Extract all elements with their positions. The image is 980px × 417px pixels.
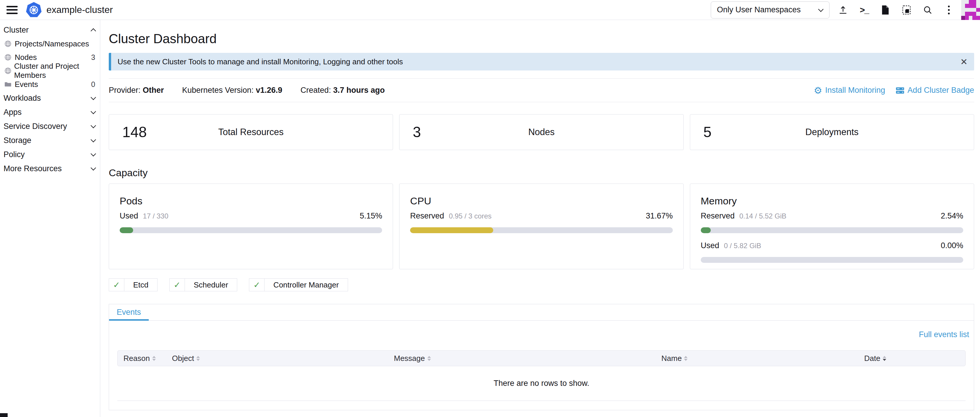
globe-icon (4, 67, 12, 75)
globe-icon (4, 40, 12, 48)
stat-card-nodes: Nodes3 (399, 114, 683, 150)
events-table: ReasonObjectMessageNameDate There are no… (117, 350, 966, 401)
sidebar-item-count: 3 (91, 53, 95, 62)
namespace-filter-select[interactable]: Only User Namespaces (711, 2, 829, 19)
cluster-tools-banner: Use the new Cluster Tools to manage and … (109, 53, 974, 70)
capacity-card-title: Memory (701, 195, 963, 207)
capacity-card-memory: MemoryReserved0.14 / 5.52 GiB2.54%Used0 … (690, 184, 974, 269)
sidebar-item-cluster-and-project-members[interactable]: Cluster and Project Members (0, 64, 100, 78)
sort-carets-icon (196, 356, 200, 361)
sidebar-group-service-discovery[interactable]: Service Discovery (0, 119, 100, 133)
cluster-meta-row: Provider: OtherKubernetes Version: v1.26… (109, 79, 974, 102)
full-events-list-link[interactable]: Full events list (919, 330, 969, 339)
chevron-down-icon (91, 138, 96, 143)
column-header-name[interactable]: Name (661, 354, 864, 363)
sidebar-group-label: More Resources (3, 164, 62, 173)
divider (109, 102, 974, 102)
events-tabbar: Events (109, 304, 974, 321)
meta-provider: Provider: Other (109, 86, 164, 95)
capacity-row-percent: 31.67% (646, 211, 673, 220)
column-header-message[interactable]: Message (394, 354, 661, 363)
capacity-row-label: Used (701, 241, 719, 250)
copy-kubeconfig-icon[interactable] (896, 1, 917, 19)
sidebar-group-label: Storage (3, 136, 32, 145)
sidebar: ClusterProjects/NamespacesNodes3Cluster … (0, 20, 100, 417)
capacity-row-detail: 0.14 / 5.52 GiB (739, 212, 786, 220)
main-content: Cluster Dashboard Use the new Cluster To… (100, 20, 980, 417)
health-badge-etcd: ✓Etcd (109, 278, 158, 291)
stat-card-value: 5 (703, 124, 712, 141)
column-header-reason[interactable]: Reason (118, 354, 172, 363)
sidebar-group-policy[interactable]: Policy (0, 147, 100, 162)
sidebar-group-more-resources[interactable]: More Resources (0, 162, 100, 176)
kubectl-shell-icon[interactable]: >_ (854, 1, 875, 19)
progress-bar-track (410, 227, 673, 233)
stat-card-value: 148 (122, 124, 147, 141)
chevron-up-icon (91, 27, 96, 33)
top-header: example-cluster Only User Namespaces >_ (0, 0, 980, 20)
sort-carets-icon (684, 356, 687, 361)
stat-card-label: Deployments (690, 127, 974, 138)
meta-created: Created: 3.7 hours ago (301, 86, 385, 95)
progress-bar-track (701, 257, 963, 263)
add-cluster-badge-link[interactable]: Add Cluster Badge (896, 86, 974, 95)
gear-icon: ⚙ (814, 86, 822, 95)
progress-bar-fill (410, 227, 493, 233)
sidebar-group-apps[interactable]: Apps (0, 105, 100, 119)
sidebar-group-storage[interactable]: Storage (0, 133, 100, 147)
column-header-date[interactable]: Date (864, 354, 961, 363)
sort-carets-icon (427, 356, 431, 361)
sidebar-group-label: Workloads (3, 94, 41, 103)
sidebar-item-label: Events (15, 80, 38, 89)
chevron-down-icon (91, 166, 96, 171)
sort-carets-icon (152, 356, 156, 361)
chevron-down-icon (818, 7, 823, 13)
search-icon[interactable] (917, 1, 938, 19)
progress-bar-fill (119, 227, 133, 233)
sidebar-item-count: 0 (91, 80, 95, 89)
health-badge-scheduler: ✓Scheduler (169, 278, 237, 291)
events-empty-message: There are no rows to show. (117, 366, 966, 401)
full-events-list-row: Full events list (109, 330, 969, 339)
capacity-row-reserved: Reserved0.95 / 3 cores31.67% (410, 211, 673, 220)
kubernetes-logo-icon (26, 2, 42, 18)
capacity-row-reserved: Reserved0.14 / 5.52 GiB2.54% (701, 211, 963, 220)
capacity-row-used: Used17 / 3305.15% (119, 211, 382, 220)
tab-events[interactable]: Events (109, 304, 149, 320)
capacity-card-cpu: CPUReserved0.95 / 3 cores31.67% (399, 184, 683, 269)
namespace-filter-value: Only User Namespaces (717, 5, 801, 14)
stat-card-value: 3 (413, 124, 421, 141)
sidebar-item-label: Nodes (15, 53, 37, 62)
chevron-down-icon (91, 95, 96, 101)
sidebar-group-label: Apps (3, 108, 22, 117)
capacity-row-detail: 0.95 / 3 cores (449, 212, 492, 220)
kebab-menu-icon[interactable] (938, 1, 959, 19)
sidebar-group-workloads[interactable]: Workloads (0, 91, 100, 105)
capacity-row-detail: 17 / 330 (143, 212, 169, 220)
capacity-row-percent: 0.00% (940, 241, 963, 250)
check-icon: ✓ (249, 279, 264, 291)
sidebar-group-cluster[interactable]: Cluster (0, 23, 100, 37)
download-kubeconfig-icon[interactable] (875, 1, 896, 19)
capacity-row-percent: 2.54% (940, 211, 963, 220)
capacity-row-label: Reserved (410, 211, 444, 220)
events-panel: Events Full events list ReasonObjectMess… (109, 304, 974, 410)
folder-icon (4, 80, 12, 89)
capacity-row-label: Reserved (701, 211, 735, 220)
health-badge-label: Scheduler (185, 279, 237, 291)
sidebar-item-projects-namespaces[interactable]: Projects/Namespaces (0, 37, 100, 51)
capacity-row-percent: 5.15% (360, 211, 382, 220)
capacity-cards: PodsUsed17 / 3305.15%CPUReserved0.95 / 3… (109, 184, 974, 269)
sidebar-item-label: Cluster and Project Members (14, 62, 95, 80)
close-icon[interactable]: ✕ (960, 57, 968, 67)
check-icon: ✓ (170, 279, 185, 291)
column-header-object[interactable]: Object (172, 354, 394, 363)
hamburger-menu-icon[interactable] (6, 6, 18, 14)
user-avatar[interactable] (961, 0, 980, 20)
sidebar-group-label: Policy (3, 150, 25, 159)
install-monitoring-link[interactable]: ⚙Install Monitoring (814, 86, 885, 95)
import-yaml-icon[interactable] (832, 1, 854, 19)
health-badge-controller-manager: ✓Controller Manager (249, 278, 348, 291)
meta-kubernetes-version: Kubernetes Version: v1.26.9 (182, 86, 283, 95)
sidebar-group-label: Service Discovery (3, 122, 67, 131)
